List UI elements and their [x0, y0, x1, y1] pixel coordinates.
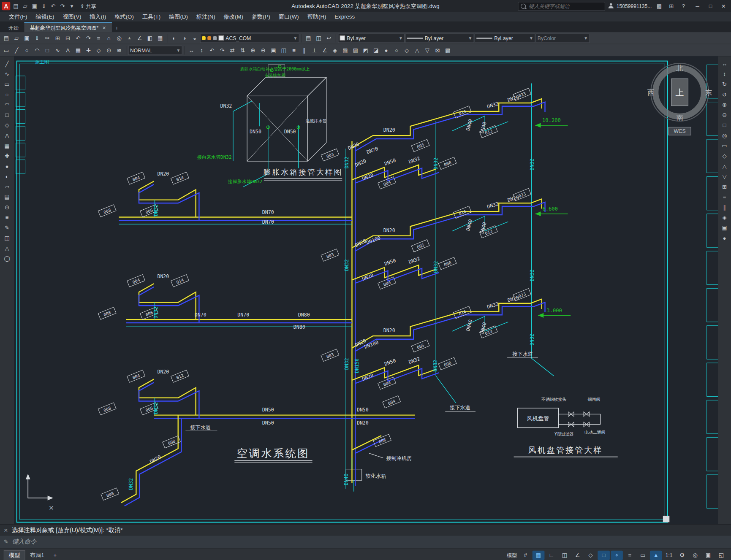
modify-tool-17-icon[interactable]: ● [719, 233, 729, 243]
draw-tool-15-icon[interactable]: ≡ [2, 213, 12, 222]
annotation-scale-button[interactable]: 1:1 [663, 551, 675, 560]
draw-tool-11-icon[interactable]: ◐ [2, 172, 12, 181]
modify-tool-5-icon[interactable]: ⊖ [719, 111, 729, 120]
toolbar2r-14-icon[interactable]: ◈ [330, 46, 340, 55]
draw-tool-18-icon[interactable]: △ [2, 243, 12, 253]
draw-tool-1-icon[interactable]: ∿ [2, 69, 12, 78]
draw-tool-13-icon[interactable]: ▤ [2, 192, 12, 202]
layer-state-2-icon[interactable]: ◒ [190, 33, 199, 43]
polar-tracking-icon[interactable]: ◫ [559, 551, 571, 560]
toolbar2r-23-icon[interactable]: ▽ [422, 46, 432, 55]
workspace-switch-icon[interactable]: ⚙ [676, 551, 688, 560]
toolbar2r-11-icon[interactable]: ∥ [299, 46, 309, 55]
toolbar2r-17-icon[interactable]: ◩ [361, 46, 370, 55]
save-icon[interactable]: ▣ [30, 1, 39, 11]
menu-item-7[interactable]: 标注(N) [192, 12, 220, 22]
toolbar2r-18-icon[interactable]: ◪ [371, 46, 381, 55]
modify-tool-9-icon[interactable]: ◇ [719, 151, 729, 161]
draw-tool-7-icon[interactable]: A [2, 131, 12, 140]
draw-tool-3-icon[interactable]: ○ [2, 90, 12, 99]
layer-prev-icon[interactable]: ↩ [324, 33, 334, 43]
modify-tool-4-icon[interactable]: ⊕ [719, 100, 729, 109]
toolbar2r-8-icon[interactable]: ▣ [269, 46, 278, 55]
toolbar2l-8-icon[interactable]: ✚ [84, 46, 93, 55]
new-tab-button[interactable]: + [113, 24, 121, 32]
modify-tool-16-icon[interactable]: ▣ [719, 223, 729, 233]
menu-item-4[interactable]: 格式(O) [110, 12, 138, 22]
toolbar2r-1-icon[interactable]: ↕ [197, 46, 207, 55]
object-snap-icon[interactable]: □ [598, 551, 610, 560]
modify-tool-10-icon[interactable]: △ [719, 162, 729, 171]
help-icon[interactable]: ? [679, 1, 688, 11]
tab-start[interactable]: 开始 [3, 23, 24, 32]
toolbar1-12-icon[interactable]: ± [125, 33, 134, 43]
lineweight-combo[interactable]: ByLayer ▼ [475, 33, 535, 43]
toolbar2r-5-icon[interactable]: ⇅ [238, 46, 247, 55]
toolbar1-8-icon[interactable]: ↷ [84, 33, 93, 43]
toolbar2r-6-icon[interactable]: ⊕ [248, 46, 258, 55]
redo-icon[interactable]: ↷ [58, 1, 67, 11]
toolbar1-6-icon[interactable]: ⊟ [63, 33, 73, 43]
ortho-icon[interactable]: ∟ [546, 551, 558, 560]
toolbar2r-20-icon[interactable]: ○ [391, 46, 401, 55]
menu-item-2[interactable]: 视图(V) [58, 12, 85, 22]
textstyle-combo[interactable]: NORMAL ▼ [128, 46, 182, 55]
toolbar2l-7-icon[interactable]: ▦ [73, 46, 83, 55]
menu-item-11[interactable]: 帮助(H) [303, 12, 331, 22]
clean-screen-icon[interactable]: ◱ [715, 551, 727, 560]
model-tab[interactable]: 模型 [4, 550, 25, 560]
dynamic-input-icon[interactable]: ⌖ [611, 551, 623, 560]
plotstyle-combo[interactable]: ByColor ▼ [535, 33, 590, 43]
toolbar2r-19-icon[interactable]: ● [381, 46, 391, 55]
toolbar2r-10-icon[interactable]: ≡ [289, 46, 299, 55]
toolbar1-10-icon[interactable]: ⌂ [104, 33, 114, 43]
customize-icon[interactable]: ✎ [4, 538, 8, 545]
menu-item-9[interactable]: 参数(P) [247, 12, 274, 22]
tab-document[interactable]: 某超豪华别墅风冷热泵空调图* ✕ [24, 22, 111, 32]
drawing-svg[interactable]: 0040140080060040140080060040120080060080… [14, 57, 718, 524]
close-button[interactable]: ✕ [717, 0, 730, 12]
add-layout-button[interactable]: + [49, 551, 62, 560]
modify-tool-13-icon[interactable]: ≡ [719, 192, 729, 202]
toolbar1-1-icon[interactable]: ▱ [12, 33, 22, 43]
lineweight-icon[interactable]: ≡ [624, 551, 636, 560]
draw-tool-5-icon[interactable]: □ [2, 111, 12, 120]
command-prompt[interactable]: 键入命令 [12, 538, 36, 546]
toolbar2r-7-icon[interactable]: ⊖ [258, 46, 268, 55]
toolbar2r-24-icon[interactable]: ⊠ [432, 46, 442, 55]
draw-tool-19-icon[interactable]: ◯ [2, 254, 12, 263]
quick-access-menu-icon[interactable]: ▾ [67, 1, 76, 11]
annotation-icon[interactable]: ▲ [650, 551, 662, 560]
modify-tool-0-icon[interactable]: ↔ [719, 59, 729, 68]
toolbar2l-10-icon[interactable]: ⊙ [104, 46, 114, 55]
toolbar1-15-icon[interactable]: ▦ [155, 33, 165, 43]
isodraft-icon[interactable]: ∠ [571, 551, 584, 560]
menu-item-0[interactable]: 文件(F) [5, 12, 31, 22]
menu-item-6[interactable]: 绘图(D) [165, 12, 192, 22]
undo-icon[interactable]: ↶ [49, 1, 58, 11]
toolbar2r-16-icon[interactable]: ▨ [351, 46, 360, 55]
toolbar2r-0-icon[interactable]: ↔ [187, 46, 196, 55]
toolbar2r-15-icon[interactable]: ▧ [340, 46, 350, 55]
toolbar2r-9-icon[interactable]: ◫ [279, 46, 288, 55]
toolbar2r-12-icon[interactable]: ⊥ [310, 46, 319, 55]
search-input[interactable] [528, 3, 603, 9]
toolbar1-2-icon[interactable]: ▣ [22, 33, 32, 43]
linetype-combo[interactable]: ByLayer ▼ [405, 33, 474, 43]
draw-tool-4-icon[interactable]: ◠ [2, 100, 12, 109]
share-button[interactable]: ⇪ 共享 [77, 3, 99, 10]
model-space-button[interactable]: 模型 [505, 551, 519, 560]
menu-item-5[interactable]: 工具(T) [138, 12, 165, 22]
toolbar1-14-icon[interactable]: ◧ [145, 33, 155, 43]
toolbar2r-3-icon[interactable]: ↷ [217, 46, 227, 55]
menu-item-1[interactable]: 编辑(E) [31, 12, 58, 22]
toolbar2r-4-icon[interactable]: ⇄ [228, 46, 237, 55]
menu-item-8[interactable]: 修改(M) [220, 12, 247, 22]
toolbar1-5-icon[interactable]: ⊞ [53, 33, 63, 43]
toolbar2r-21-icon[interactable]: ◇ [402, 46, 412, 55]
toolbar1-13-icon[interactable]: ∠ [135, 33, 144, 43]
toolbar2l-2-icon[interactable]: ○ [22, 46, 32, 55]
minimize-button[interactable]: ─ [691, 0, 704, 12]
view-compass[interactable]: 上北南西东WCS [647, 63, 712, 135]
draw-tool-2-icon[interactable]: ▭ [2, 80, 12, 89]
